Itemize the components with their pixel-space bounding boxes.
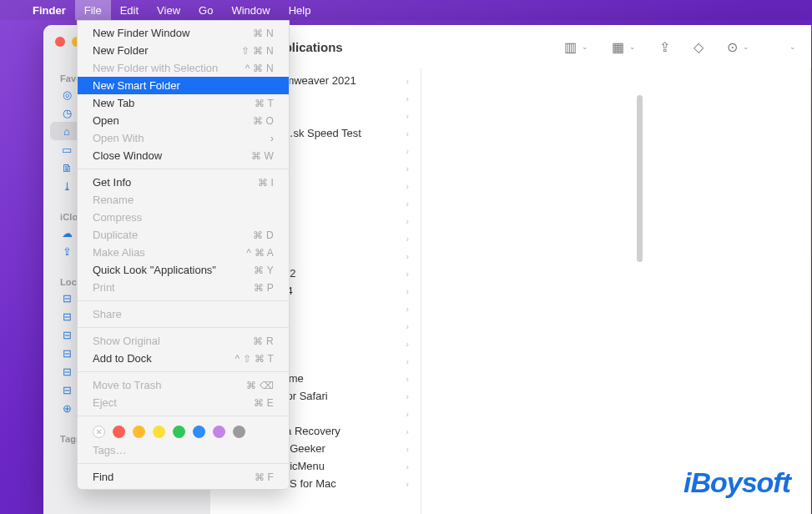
menu-item-find[interactable]: Find⌘ F xyxy=(78,468,289,486)
close-button[interactable] xyxy=(55,37,65,47)
menu-shortcut: ⌘ ⌫ xyxy=(246,380,274,391)
share-button[interactable]: ⇪ xyxy=(659,39,670,55)
menubar: Finder FileEditViewGoWindowHelp xyxy=(0,0,812,20)
disk-icon: ⊟ xyxy=(60,328,73,341)
menu-item-label: Duplicate xyxy=(93,229,138,241)
menu-item-label: Compress xyxy=(93,211,142,224)
tag-color[interactable] xyxy=(233,426,245,438)
menubar-go[interactable]: Go xyxy=(189,0,222,20)
menu-item-close-window[interactable]: Close Window⌘ W xyxy=(78,147,289,164)
menu-item-compress: Compress xyxy=(78,209,289,226)
menu-shortcut: ^ ⌘ N xyxy=(245,63,274,74)
menu-item-label: New Tab xyxy=(93,97,134,109)
menu-shortcut: ⇧ ⌘ N xyxy=(241,45,274,57)
chevron-right-icon: › xyxy=(406,251,409,261)
menu-separator xyxy=(78,300,289,301)
menu-item-label: Share xyxy=(93,308,122,320)
menu-item-get-info[interactable]: Get Info⌘ I xyxy=(78,174,289,191)
menubar-file[interactable]: File xyxy=(75,0,111,20)
menu-shortcut: ⌘ P xyxy=(254,282,274,294)
menu-item-label: New Smart Folder xyxy=(93,79,180,92)
chevron-right-icon: › xyxy=(406,269,409,279)
tag-color[interactable] xyxy=(213,426,225,438)
chevron-right-icon: › xyxy=(406,199,409,209)
menu-item-label: Quick Look "Applications" xyxy=(93,264,216,276)
tag-color[interactable] xyxy=(153,426,165,438)
menu-shortcut: ^ ⌘ A xyxy=(246,247,274,259)
chevron-right-icon: › xyxy=(406,391,409,401)
menu-item-label: Show Original xyxy=(93,335,160,347)
file-menu-dropdown: New Finder Window⌘ NNew Folder⇧ ⌘ NNew F… xyxy=(77,20,290,490)
menubar-window[interactable]: Window xyxy=(222,0,279,20)
chevron-right-icon: › xyxy=(406,304,409,314)
tag-color[interactable] xyxy=(193,426,205,438)
chevron-right-icon: › xyxy=(406,111,409,121)
chevron-right-icon: › xyxy=(406,164,409,174)
chevron-down-icon: ⌄ xyxy=(743,43,749,51)
menubar-edit[interactable]: Edit xyxy=(111,0,148,20)
menu-item-new-smart-folder[interactable]: New Smart Folder xyxy=(78,77,289,94)
menu-item-label: New Folder with Selection xyxy=(93,62,218,74)
tags-button[interactable]: ◇ xyxy=(693,39,704,55)
chevron-right-icon: › xyxy=(406,356,409,366)
chevron-right-icon: › xyxy=(406,286,409,296)
tag-color-row xyxy=(78,421,289,441)
chevron-right-icon: › xyxy=(406,128,409,139)
menu-item-open[interactable]: Open⌘ O xyxy=(78,112,289,129)
menu-item-label: Open xyxy=(93,114,119,127)
menu-item-label: Open With xyxy=(93,132,144,144)
chevron-right-icon: › xyxy=(406,426,409,436)
column-preview xyxy=(421,68,811,514)
tag-color[interactable] xyxy=(133,426,145,438)
chevron-right-icon: › xyxy=(406,146,409,156)
menu-item-label: Eject xyxy=(93,396,117,409)
menu-item-label: Rename xyxy=(93,194,134,206)
menu-separator xyxy=(78,169,289,169)
watermark: iBoysoft xyxy=(683,466,790,499)
menu-item-label: Make Alias xyxy=(93,246,145,259)
menu-item-add-to-dock[interactable]: Add to Dock^ ⇧ ⌘ T xyxy=(78,350,289,367)
expand-search-icon[interactable]: ⌄ xyxy=(789,43,796,51)
menu-item-new-tab[interactable]: New Tab⌘ T xyxy=(78,94,289,112)
group-by-button[interactable]: ▦ ⌄ xyxy=(612,39,636,55)
menu-item-new-folder-with-selection: New Folder with Selection^ ⌘ N xyxy=(78,59,289,77)
menu-item-label: New Finder Window xyxy=(93,27,189,39)
menubar-help[interactable]: Help xyxy=(280,0,320,20)
menu-shortcut: ⌘ N xyxy=(253,28,274,39)
chevron-down-icon: ⌄ xyxy=(582,43,588,51)
scrollbar[interactable] xyxy=(637,95,643,262)
menu-shortcut: ⌘ R xyxy=(253,335,274,347)
menubar-app[interactable]: Finder xyxy=(23,0,75,20)
chevron-right-icon: › xyxy=(406,216,409,226)
tag-color[interactable] xyxy=(113,426,125,438)
menu-item-print: Print⌘ P xyxy=(78,279,289,296)
tag-clear-icon[interactable] xyxy=(93,426,105,438)
menu-item-label: Get Info xyxy=(93,176,131,189)
grid-icon: ▦ xyxy=(612,39,624,55)
menu-item-quick-look-applications[interactable]: Quick Look "Applications"⌘ Y xyxy=(78,261,289,279)
disk-icon: ⊟ xyxy=(60,383,73,396)
menu-item-label: Tags… xyxy=(93,444,126,456)
chevron-right-icon: › xyxy=(406,444,409,454)
menu-item-new-folder[interactable]: New Folder⇧ ⌘ N xyxy=(78,42,289,59)
menu-item-rename: Rename xyxy=(78,191,289,209)
menu-shortcut: ⌘ E xyxy=(254,397,274,409)
apps-icon: ⌂ xyxy=(60,124,73,138)
chevron-right-icon: › xyxy=(270,132,274,144)
doc-icon: 🗎 xyxy=(60,161,73,174)
cloud-icon: ☁ xyxy=(60,226,73,239)
menu-item-label: Move to Trash xyxy=(93,379,161,391)
chevron-right-icon: › xyxy=(406,321,409,331)
chevron-right-icon: › xyxy=(406,409,409,419)
desktop-icon: ▭ xyxy=(60,143,73,156)
menubar-view[interactable]: View xyxy=(148,0,189,20)
view-mode-button[interactable]: ▥ ⌄ xyxy=(564,39,588,55)
more-actions-button[interactable]: ⊙ ⌄ xyxy=(727,39,749,55)
tag-color[interactable] xyxy=(173,426,185,438)
target-icon: ◎ xyxy=(60,88,73,101)
disk-icon: ⊟ xyxy=(60,291,73,305)
menu-shortcut: ⌘ I xyxy=(258,177,274,189)
menu-item-new-finder-window[interactable]: New Finder Window⌘ N xyxy=(78,24,289,42)
menu-item-tags: Tags… xyxy=(78,441,289,459)
menu-separator xyxy=(78,416,289,416)
